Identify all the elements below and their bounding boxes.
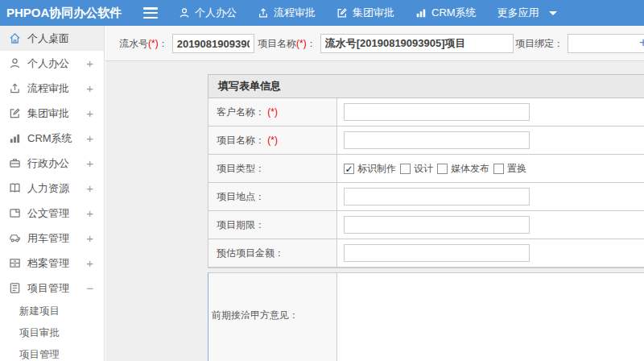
- car-icon: [8, 232, 21, 245]
- nav-label: 个人办公: [195, 6, 237, 20]
- sidebar-subitem-project-approval[interactable]: 项目审批: [0, 322, 104, 344]
- nav-label: 流程审批: [274, 6, 316, 20]
- row-label: 项目地点：: [208, 183, 337, 210]
- form-header: 填写表单信息: [208, 74, 644, 98]
- row-label: 前期接洽甲方意见：: [208, 273, 337, 361]
- expand-plus[interactable]: +: [86, 56, 93, 70]
- nav-item-personal-office[interactable]: 个人办公: [179, 6, 237, 20]
- expand-plus[interactable]: +: [86, 156, 93, 170]
- user-icon: [8, 57, 21, 70]
- expand-plus[interactable]: +: [86, 181, 93, 195]
- project-icon: [8, 282, 21, 295]
- sidebar-label: 个人办公: [27, 56, 69, 71]
- project-name-label: 项目名称(*)：: [258, 37, 316, 51]
- sidebar: 个人桌面 个人办公 + 流程审批 + 集团审批 + CRM系统 + 行政办公 +…: [0, 26, 105, 361]
- expand-plus[interactable]: +: [86, 131, 93, 145]
- form-panel: 填写表单信息 客户名称： (*) 项目名称： (*) 项目类型： ✓标识制作 设…: [208, 74, 644, 268]
- edit-icon: [336, 7, 348, 19]
- form-row-estimated-amount: 预估项目金额：: [208, 239, 644, 268]
- checkbox-unchecked-icon[interactable]: [400, 164, 411, 174]
- home-icon: [8, 32, 21, 45]
- app-logo: PHPOA协同办公软件: [6, 6, 122, 21]
- add-binding-icon[interactable]: +: [639, 35, 644, 51]
- serial-input[interactable]: [172, 34, 254, 53]
- sidebar-label: 档案管理: [27, 256, 69, 271]
- sidebar-item-group-approval[interactable]: 集团审批 +: [0, 101, 104, 126]
- workflow-toolbar: 流水号(*)： 项目名称(*)： 项目绑定： +: [105, 26, 644, 61]
- expand-plus[interactable]: +: [86, 231, 93, 245]
- sidebar-subitem-project-manage[interactable]: 项目管理: [0, 344, 104, 361]
- archive-icon: [8, 257, 21, 270]
- project-location-input[interactable]: [344, 188, 530, 205]
- project-bind-label: 项目绑定：: [515, 37, 564, 51]
- checkbox-sign-making[interactable]: ✓标识制作: [344, 162, 396, 176]
- customer-name-input[interactable]: [344, 103, 530, 121]
- project-bind-group: 项目绑定：: [515, 26, 644, 61]
- nav-label: 更多应用: [497, 6, 539, 20]
- form-row-project-duration: 项目期限：: [208, 211, 644, 239]
- serial-group: 流水号(*)：: [119, 26, 254, 61]
- menu-toggle-icon[interactable]: [143, 7, 158, 19]
- main-content: 流水号(*)： 项目名称(*)： 项目绑定： + 填写表单信息 客户名称： (*…: [105, 26, 644, 361]
- row-label: 项目名称： (*): [208, 127, 337, 154]
- nav-item-group-approval[interactable]: 集团审批: [336, 6, 394, 20]
- sidebar-label: 行政办公: [27, 156, 69, 171]
- sidebar-label: 流程审批: [27, 81, 69, 96]
- serial-label: 流水号(*)：: [119, 37, 168, 51]
- project-name-input[interactable]: [320, 34, 514, 53]
- checkbox-media-release[interactable]: 媒体发布: [437, 162, 489, 176]
- sidebar-subitem-new-project[interactable]: 新建项目: [0, 301, 104, 322]
- sidebar-label: 项目管理: [27, 281, 69, 296]
- checkbox-design[interactable]: 设计: [400, 162, 433, 176]
- chart-icon: [415, 7, 427, 19]
- sidebar-label: 集团审批: [27, 106, 69, 121]
- form-rows: 客户名称： (*) 项目名称： (*) 项目类型： ✓标识制作 设计 媒体发布 …: [208, 98, 644, 268]
- expand-plus[interactable]: +: [86, 81, 93, 95]
- user-icon: [179, 7, 190, 19]
- caret-down-icon: [549, 11, 557, 19]
- expand-plus[interactable]: +: [86, 206, 93, 220]
- nav-item-more-apps[interactable]: 更多应用: [497, 6, 557, 20]
- edit-icon: [8, 107, 21, 120]
- nav-item-crm[interactable]: CRM系统: [415, 6, 477, 20]
- checkbox-unchecked-icon[interactable]: [493, 164, 504, 174]
- sidebar-item-crm[interactable]: CRM系统 +: [0, 126, 104, 151]
- nav-label: 集团审批: [353, 6, 394, 20]
- project-name-group: 项目名称(*)：: [258, 26, 514, 61]
- project-bind-input[interactable]: [568, 34, 644, 53]
- project-name-field[interactable]: [344, 131, 530, 149]
- top-nav: 个人办公 流程审批 集团审批 CRM系统 更多应用: [179, 0, 557, 26]
- briefcase-icon: [8, 157, 21, 170]
- nav-item-process-approval[interactable]: 流程审批: [258, 6, 316, 20]
- form-row-project-location: 项目地点：: [208, 183, 644, 211]
- checkbox-unchecked-icon[interactable]: [437, 164, 448, 174]
- expand-plus[interactable]: +: [86, 106, 93, 120]
- row-label: 预估项目金额：: [208, 239, 337, 267]
- form-row-project-type: 项目类型： ✓标识制作 设计 媒体发布 置换: [208, 155, 644, 183]
- row-label: 项目类型：: [208, 155, 337, 182]
- checkbox-exchange[interactable]: 置换: [493, 162, 526, 176]
- sidebar-item-hr[interactable]: 人力资源 +: [0, 176, 104, 201]
- form-row-project-name: 项目名称： (*): [208, 127, 644, 155]
- chart-icon: [8, 132, 21, 145]
- checkbox-checked-icon[interactable]: ✓: [344, 164, 354, 174]
- process-icon: [258, 7, 269, 19]
- book-icon: [8, 182, 21, 195]
- sidebar-item-archive-mgmt[interactable]: 档案管理 +: [0, 251, 104, 276]
- collapse-minus[interactable]: −: [86, 281, 93, 295]
- sidebar-item-personal-office[interactable]: 个人办公 +: [0, 51, 104, 76]
- sidebar-label: 用车管理: [27, 231, 69, 246]
- sidebar-item-project-mgmt[interactable]: 项目管理 −: [0, 276, 104, 301]
- sidebar-item-personal-desktop[interactable]: 个人桌面: [0, 26, 104, 51]
- sidebar-item-vehicle-mgmt[interactable]: 用车管理 +: [0, 226, 104, 251]
- sidebar-item-admin-office[interactable]: 行政办公 +: [0, 151, 104, 176]
- nav-label: CRM系统: [431, 6, 477, 20]
- preliminary-opinion-textarea[interactable]: [337, 273, 644, 361]
- project-duration-input[interactable]: [344, 216, 530, 234]
- sidebar-item-document-mgmt[interactable]: 公文管理 +: [0, 201, 104, 226]
- estimated-amount-input[interactable]: [344, 244, 530, 262]
- sidebar-label: 人力资源: [27, 181, 69, 196]
- sidebar-item-process-approval[interactable]: 流程审批 +: [0, 76, 104, 101]
- expand-plus[interactable]: +: [86, 256, 93, 270]
- sidebar-label: CRM系统: [27, 131, 72, 146]
